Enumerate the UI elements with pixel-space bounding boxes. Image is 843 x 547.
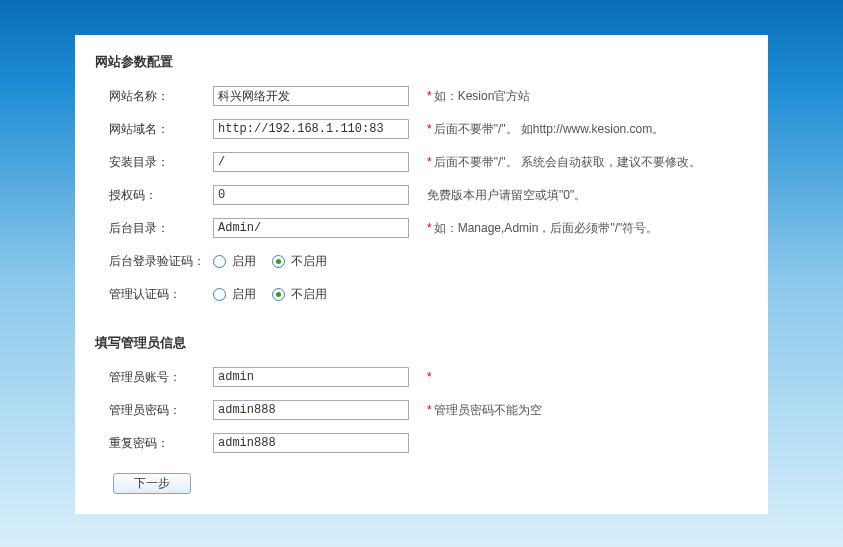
row-backend-dir: 后台目录： *如：Manage,Admin，后面必须带"/"符号。 xyxy=(95,217,748,239)
row-admin-pass2: 重复密码： xyxy=(95,432,748,454)
radio-manage-captcha-enable[interactable] xyxy=(213,288,226,301)
section-title-admin-info: 填写管理员信息 xyxy=(95,334,748,352)
row-license: 授权码： 免费版本用户请留空或填"0"。 xyxy=(95,184,748,206)
row-site-name: 网站名称： *如：Kesion官方站 xyxy=(95,85,748,107)
label-site-name: 网站名称： xyxy=(95,88,213,105)
input-install-dir[interactable] xyxy=(213,152,409,172)
radio-login-captcha-enable[interactable] xyxy=(213,255,226,268)
radio-label-enable: 启用 xyxy=(232,253,256,270)
label-site-domain: 网站域名： xyxy=(95,121,213,138)
input-admin-user[interactable] xyxy=(213,367,409,387)
hint-backend-dir: *如：Manage,Admin，后面必须带"/"符号。 xyxy=(427,220,658,237)
hint-site-name: *如：Kesion官方站 xyxy=(427,88,530,105)
hint-admin-user: * xyxy=(427,370,434,384)
row-site-domain: 网站域名： *后面不要带"/"。 如http://www.kesion.com。 xyxy=(95,118,748,140)
row-admin-pass: 管理员密码： *管理员密码不能为空 xyxy=(95,399,748,421)
label-admin-pass: 管理员密码： xyxy=(95,402,213,419)
label-login-captcha: 后台登录验证码： xyxy=(95,253,213,270)
input-site-domain[interactable] xyxy=(213,119,409,139)
row-install-dir: 安装目录： *后面不要带"/"。 系统会自动获取，建议不要修改。 xyxy=(95,151,748,173)
row-admin-user: 管理员账号： * xyxy=(95,366,748,388)
label-license: 授权码： xyxy=(95,187,213,204)
label-admin-user: 管理员账号： xyxy=(95,369,213,386)
hint-license: 免费版本用户请留空或填"0"。 xyxy=(427,187,586,204)
label-manage-captcha: 管理认证码： xyxy=(95,286,213,303)
label-install-dir: 安装目录： xyxy=(95,154,213,171)
section-title-site-config: 网站参数配置 xyxy=(95,53,748,71)
hint-admin-pass: *管理员密码不能为空 xyxy=(427,402,542,419)
install-steps: 阅读许可协议 检查安装环境 创建数据库 网站参数配置 完成安装 xyxy=(3,0,840,5)
next-button[interactable]: 下一步 xyxy=(113,473,191,494)
input-site-name[interactable] xyxy=(213,86,409,106)
input-license[interactable] xyxy=(213,185,409,205)
hint-install-dir: *后面不要带"/"。 系统会自动获取，建议不要修改。 xyxy=(427,154,701,171)
radio-label-disable: 不启用 xyxy=(291,253,327,270)
hint-site-domain: *后面不要带"/"。 如http://www.kesion.com。 xyxy=(427,121,664,138)
radio-login-captcha-disable[interactable] xyxy=(272,255,285,268)
label-admin-pass2: 重复密码： xyxy=(95,435,213,452)
row-login-captcha: 后台登录验证码： 启用 不启用 xyxy=(95,250,748,272)
input-admin-pass2[interactable] xyxy=(213,433,409,453)
radio-label-enable: 启用 xyxy=(232,286,256,303)
row-manage-captcha: 管理认证码： 启用 不启用 xyxy=(95,283,748,305)
label-backend-dir: 后台目录： xyxy=(95,220,213,237)
input-admin-pass[interactable] xyxy=(213,400,409,420)
radio-manage-captcha-disable[interactable] xyxy=(272,288,285,301)
radio-label-disable: 不启用 xyxy=(291,286,327,303)
main-panel: 网站参数配置 网站名称： *如：Kesion官方站 网站域名： *后面不要带"/… xyxy=(75,35,768,514)
input-backend-dir[interactable] xyxy=(213,218,409,238)
